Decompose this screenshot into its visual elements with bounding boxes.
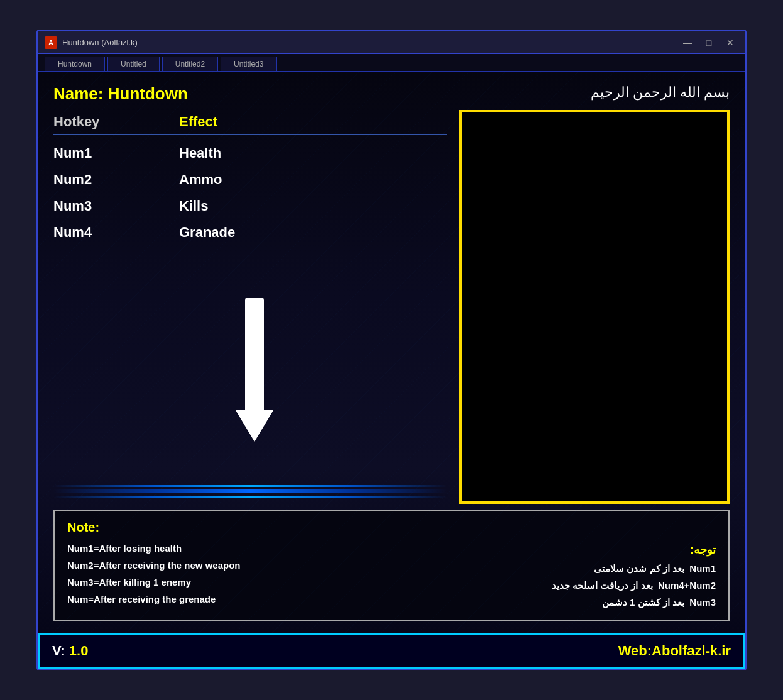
main-window: A Huntdown (Aolfazl.k) — □ ✕ Huntdown Un…: [36, 30, 747, 670]
row-effect-2: Ammo: [179, 172, 222, 188]
tab-bar: Huntdown Untitled Untitled2 Untitled3: [38, 54, 745, 72]
col-hotkey-header: Hotkey: [53, 114, 179, 130]
row-effect-1: Health: [179, 145, 221, 161]
note-right: توجه: Num1 بعد از کم شدن سلامتی Num4+Num…: [552, 540, 716, 611]
note-left: Num1=After losing health Num2=After rece…: [67, 540, 241, 611]
hotkey-table: Hotkey Effect Num1 Health Num2 Ammo Num3: [53, 110, 447, 246]
note-title: Note:: [67, 520, 716, 535]
note-item-1: Num1=After losing health: [67, 540, 241, 557]
note-right-item-1: Num1 بعد از کم شدن سلامتی: [552, 560, 716, 577]
arrow-shaft: [245, 298, 264, 412]
table-row: Num1 Health: [53, 140, 447, 167]
note-item-3: Num3=After killing 1 enemy: [67, 574, 241, 591]
table-row: Num4 Granade: [53, 219, 447, 246]
window-title: Huntdown (Aolfazl.k): [62, 38, 138, 47]
arrow-indicator: [236, 298, 273, 442]
row-hotkey-4: Num4: [53, 224, 179, 241]
title-bar: A Huntdown (Aolfazl.k) — □ ✕: [38, 31, 745, 54]
arabic-text: بسم الله الرحمن الرحیم: [591, 84, 730, 101]
tab-huntdown[interactable]: Huntdown: [45, 57, 105, 71]
tab-2[interactable]: Untitled: [107, 57, 160, 71]
window-controls: — □ ✕: [679, 36, 738, 49]
game-title: Name: Huntdown: [53, 84, 188, 104]
version-value: 1.0: [69, 643, 89, 659]
note-item-4: Num=After receiving the grenade: [67, 591, 241, 608]
note-item-2: Num2=After receiving the new weapon: [67, 557, 241, 574]
note-right-title: توجه:: [552, 540, 716, 560]
table-row: Num3 Kills: [53, 193, 447, 219]
arrow-head: [236, 410, 273, 442]
game-name-value: Huntdown: [108, 84, 188, 103]
row-effect-3: Kills: [179, 198, 208, 214]
note-right-item-3: Num3 بعد از کشتن 1 دشمن: [552, 594, 716, 611]
close-button[interactable]: ✕: [722, 36, 738, 49]
maximize-button[interactable]: □: [701, 36, 717, 49]
row-hotkey-2: Num2: [53, 172, 179, 188]
deco-line-bottom: [53, 496, 447, 498]
deco-line-top: [53, 485, 447, 487]
row-effect-4: Granade: [179, 224, 235, 241]
minimize-button[interactable]: —: [679, 36, 696, 49]
main-content: Name: Huntdown بسم الله الرحمن الرحیم Ho…: [38, 72, 745, 633]
header-section: Name: Huntdown بسم الله الرحمن الرحیم: [53, 84, 730, 104]
preview-box: [459, 110, 730, 504]
version-label: V:: [52, 643, 65, 659]
row-hotkey-1: Num1: [53, 145, 179, 161]
tab-3[interactable]: Untitled2: [162, 57, 218, 71]
col-effect-header: Effect: [179, 114, 217, 130]
status-bar: V: 1.0 Web:Abolfazl-k.ir: [38, 633, 745, 669]
table-header: Hotkey Effect: [53, 110, 447, 135]
columns-area: Hotkey Effect Num1 Health Num2 Ammo Num3: [53, 110, 730, 504]
note-columns: Num1=After losing health Num2=After rece…: [67, 540, 716, 611]
note-section: Note: Num1=After losing health Num2=Afte…: [53, 510, 730, 621]
tab-4[interactable]: Untitled3: [221, 57, 277, 71]
app-icon: A: [45, 36, 57, 49]
note-right-item-2: Num4+Num2 بعد از دریافت اسلحه جدید: [552, 577, 716, 594]
website-link: Web:Abolfazl-k.ir: [618, 643, 731, 659]
name-label: Name:: [53, 84, 103, 103]
table-row: Num2 Ammo: [53, 167, 447, 193]
row-hotkey-3: Num3: [53, 198, 179, 214]
